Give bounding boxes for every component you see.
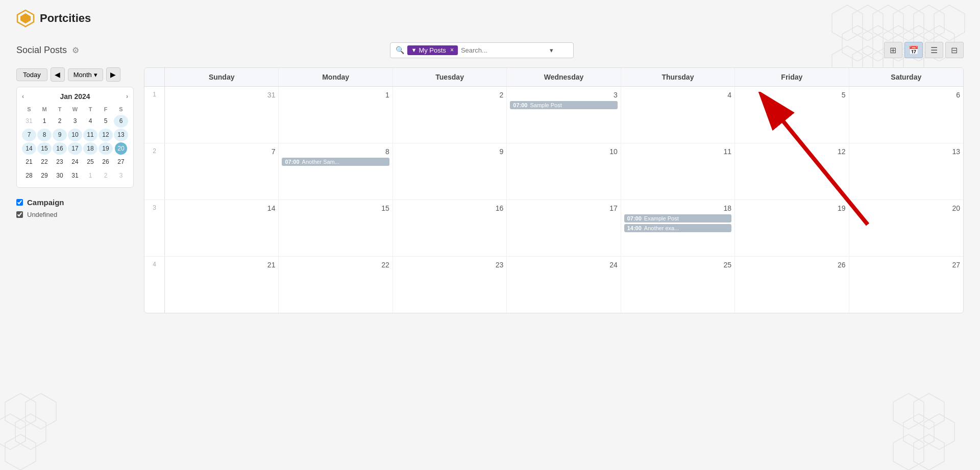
cal-cell[interactable]: 22 — [279, 257, 393, 313]
week-number: 1 — [144, 87, 165, 143]
cal-day-number: 21 — [168, 261, 275, 269]
mini-day[interactable]: 6 — [114, 115, 128, 128]
cal-cell[interactable]: 24 — [507, 257, 621, 313]
mini-day[interactable]: 1 — [83, 169, 97, 182]
mini-cal-title: Jan 2024 — [60, 92, 90, 101]
mini-day[interactable]: 16 — [53, 142, 67, 155]
cal-cell[interactable]: 6 — [849, 87, 963, 143]
mini-day[interactable]: 14 — [22, 142, 36, 155]
calendar-view-button[interactable]: 📅 — [904, 42, 923, 58]
mini-day[interactable]: 13 — [114, 129, 128, 141]
cal-cell[interactable]: 20 — [849, 200, 963, 256]
cal-cell[interactable]: 16 — [393, 200, 507, 256]
kanban-view-button[interactable]: ⊞ — [884, 42, 902, 58]
mini-next-button[interactable]: › — [126, 93, 128, 100]
mini-day[interactable]: 31 — [22, 115, 36, 128]
cal-day-number: 27 — [852, 261, 960, 269]
mini-day[interactable]: 21 — [22, 156, 36, 168]
mini-day[interactable]: 3 — [114, 169, 128, 182]
mini-day[interactable]: 4 — [83, 115, 97, 128]
event-pill[interactable]: 14:00 Another exa... — [624, 224, 731, 232]
mini-day[interactable]: 2 — [99, 169, 113, 182]
cal-cell[interactable]: 1 — [279, 87, 393, 143]
mini-day-today[interactable]: 20 — [115, 142, 127, 155]
cal-cell[interactable]: 9 — [393, 143, 507, 200]
prev-month-button[interactable]: ◀ — [51, 67, 65, 82]
undefined-filter-item[interactable]: Undefined — [16, 211, 134, 218]
mini-day[interactable]: 15 — [37, 142, 52, 155]
cal-cell[interactable]: 14 — [165, 200, 279, 256]
cal-day-number: 18 — [624, 204, 731, 212]
mini-day[interactable]: 31 — [68, 169, 82, 182]
mini-day[interactable]: 12 — [99, 129, 113, 141]
cal-header-tuesday: Tuesday — [393, 68, 507, 86]
cal-cell[interactable]: 4 — [621, 87, 735, 143]
cal-cell[interactable]: 2 — [393, 87, 507, 143]
mini-day[interactable]: 7 — [22, 129, 36, 141]
today-button[interactable]: Today — [16, 68, 47, 81]
mini-day[interactable]: 27 — [114, 156, 128, 168]
mini-day[interactable]: 29 — [37, 169, 52, 182]
mini-day[interactable]: 2 — [53, 115, 67, 128]
mini-day[interactable]: 3 — [68, 115, 82, 128]
mini-day[interactable]: 30 — [53, 169, 67, 182]
cal-cell[interactable]: 7 — [165, 143, 279, 200]
mini-day[interactable]: 19 — [99, 142, 113, 155]
cal-cell[interactable]: 17 — [507, 200, 621, 256]
next-month-button[interactable]: ▶ — [106, 67, 120, 82]
mini-day[interactable]: 26 — [99, 156, 113, 168]
header: Portcities — [0, 0, 980, 37]
cal-cell[interactable]: 11 — [621, 143, 735, 200]
cal-cell[interactable]: 26 — [735, 257, 849, 313]
mini-day[interactable]: 11 — [83, 129, 97, 141]
mini-day[interactable]: 23 — [53, 156, 67, 168]
cal-cell[interactable]: 21 — [165, 257, 279, 313]
cal-day-number: 26 — [738, 261, 845, 269]
mini-prev-button[interactable]: ‹ — [22, 93, 24, 100]
cal-cell[interactable]: 10 — [507, 143, 621, 200]
cal-cell[interactable]: 27 — [849, 257, 963, 313]
cal-cell[interactable]: 25 — [621, 257, 735, 313]
svg-marker-18 — [924, 414, 954, 450]
mini-day[interactable]: 10 — [68, 129, 82, 141]
campaign-checkbox[interactable] — [16, 199, 23, 206]
cal-cell[interactable]: 12 — [735, 143, 849, 200]
cal-cell[interactable]: 3 07:00 Sample Post — [507, 87, 621, 143]
event-pill[interactable]: 07:00 Example Post — [624, 214, 731, 222]
mini-day[interactable]: 1 — [37, 115, 52, 128]
cal-cell[interactable]: 23 — [393, 257, 507, 313]
cal-cell[interactable]: 13 — [849, 143, 963, 200]
list-view-button[interactable]: ☰ — [925, 42, 943, 58]
mini-day[interactable]: 9 — [53, 129, 67, 141]
table-view-button[interactable]: ⊟ — [945, 42, 964, 58]
dow-fri: F — [99, 105, 113, 114]
cal-day-number: 2 — [396, 91, 503, 99]
search-dropdown-button[interactable]: ▾ — [550, 46, 553, 54]
mini-day[interactable]: 18 — [83, 142, 97, 155]
cal-cell[interactable]: 31 — [165, 87, 279, 143]
mini-day[interactable]: 17 — [68, 142, 82, 155]
cal-cell[interactable]: 8 07:00 Another Sam... — [279, 143, 393, 200]
gear-icon[interactable]: ⚙ — [72, 45, 79, 55]
search-input[interactable] — [461, 46, 547, 54]
mini-day[interactable]: 24 — [68, 156, 82, 168]
filter-tag-close[interactable]: × — [450, 46, 454, 54]
cal-cell[interactable]: 15 — [279, 200, 393, 256]
svg-marker-23 — [0, 414, 26, 450]
month-selector-button[interactable]: Month ▾ — [68, 68, 103, 81]
mini-day[interactable]: 28 — [22, 169, 36, 182]
mini-calendar: ‹ Jan 2024 › S M T W T F S 31 1 2 — [16, 87, 134, 188]
cal-cell[interactable]: 19 — [735, 200, 849, 256]
mini-day[interactable]: 22 — [37, 156, 52, 168]
undefined-checkbox[interactable] — [16, 211, 23, 218]
cal-cell[interactable]: 5 — [735, 87, 849, 143]
mini-day[interactable]: 25 — [83, 156, 97, 168]
mini-day[interactable]: 5 — [99, 115, 113, 128]
event-pill[interactable]: 07:00 Another Sam... — [282, 158, 389, 166]
mini-day[interactable]: 8 — [37, 129, 52, 141]
dow-wed: W — [68, 105, 82, 114]
calendar-container: Today ◀ Month ▾ ▶ ‹ Jan 2024 › S M — [16, 67, 964, 313]
event-pill[interactable]: 07:00 Sample Post — [510, 101, 617, 109]
cal-cell[interactable]: 18 07:00 Example Post 14:00 Another exa.… — [621, 200, 735, 256]
cal-day-number: 17 — [510, 204, 617, 212]
